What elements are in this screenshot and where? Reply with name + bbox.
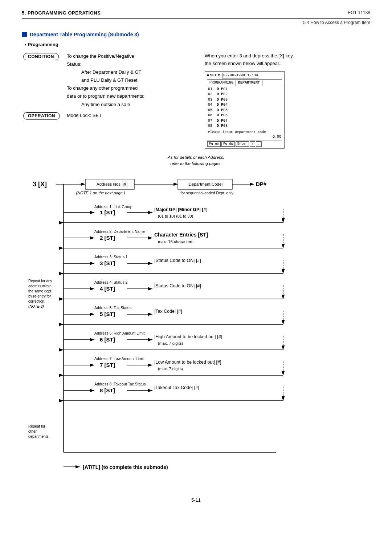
cond-line6: data or to program new departments: [67,92,197,100]
operation-row: OPERATION Mode Lock: SET [23,112,197,120]
screen-row-5: 05 D P05 [207,108,282,113]
flow-max7a: (max. 7 digits) [158,341,183,345]
screen-set: SET [210,73,217,78]
flow-step7: 7 [ST] [100,362,115,368]
flow-addr3: Address 3: Status 1 [94,255,128,259]
cond-line4: and PLU Daily & GT Reset [81,76,197,84]
flow-diagram-svg: 3 [X] |Address Nos| [#] |Department Code… [22,169,370,489]
programming-label: Programming [25,42,370,47]
flow-max7b: (max. 7 digits) [158,367,183,371]
screen-dot [207,74,209,76]
flow-start-label: 3 [X] [33,181,47,188]
flow-section: As for details of each Address, refer to… [22,154,370,489]
flow-repeat-note4: by re-entry for [28,294,51,298]
screen-row-8: 08 D P08 [207,124,282,129]
flow-addr5: Address 5: Tax Status [94,306,131,310]
flow-note: As for details of each Address, refer to… [22,154,370,167]
flow-note1: As for details of each Address, [22,154,370,161]
flow-step6: 6 [ST] [100,336,115,343]
section-title: Department Table Programming (Submode 3) [22,32,370,37]
header-left: 5. PROGRAMMING OPERATIONS [22,10,101,16]
screen-amount: O.OO [207,134,282,140]
sub-header: 5.4 How to Access a Program Item [22,20,370,25]
flow-note-next: (NOTE 1 on the next page.) [76,191,125,195]
header-divider [22,18,370,19]
section-title-icon [22,32,27,37]
screen-footer-down: ↓ [256,141,261,147]
flow-step8: 8 [ST] [100,387,115,393]
flow-major-minor: |Major GP| |Minor GP| [#] [154,207,208,212]
screen-footer: Pg up Pg dw Enter ↑ ↓ [207,141,282,147]
screen-prompt: Please input Department code. [207,129,282,135]
page: 5. PROGRAMMING OPERATIONS EO1-11138 5.4 … [0,0,392,554]
screen-footer-pgup: Pg up [207,141,221,147]
screen-row-6: 06 D P06 [207,113,282,118]
flow-repeat-note3: the same dept. [28,289,52,293]
section-title-text: Department Table Programming (Submode 3) [30,32,139,37]
cond-right-line2: the screen shown below will appear. [205,60,370,68]
cond-line7: Any time outside a sale [81,101,197,109]
flow-max16: max. 16 characters [158,239,193,244]
operation-badge-col: OPERATION [23,112,67,120]
condition-badge: CONDITION [23,53,59,60]
condition-section: CONDITION To change the Positive/Negativ… [23,52,370,149]
flow-step1: 1 [ST] [100,209,115,215]
screen-row-3: 03 D P03 [207,97,282,103]
screen-tab-programming: PROGRAMMING [207,80,236,86]
screen-mockup: SET ▼ 02-06-1999 12:34 PROGRAMMING DEPAR… [205,71,285,149]
flow-address-nos: |Address Nos| [#] [95,182,127,186]
flow-addr6: Address 6: High Amount Limit [94,331,144,335]
flow-dp-hash: DP# [256,181,267,187]
flow-step2: 2 [ST] [100,235,115,241]
screen-row-1: 01 D P01 [207,87,282,92]
flow-seq-note: for sequential-coded Dept. only [180,191,233,195]
screen-tabs: PROGRAMMING DEPARTMENT [207,80,282,86]
condition-row: CONDITION To change the Positive/Negativ… [23,52,197,109]
screen-row-7: 07 D P07 [207,118,282,124]
flow-at-tl: [AT/TL] (to complete this submode) [83,464,168,470]
header-right: EO1-11138 [348,10,370,15]
screen-tab-department: DEPARTMENT [236,80,262,86]
flow-addr4: Address 4: Status 2 [94,280,128,284]
flow-addr8: Address 8: Takeout Tax Status [94,382,146,386]
flow-high-amount: |High Amount to be locked out| [#] [154,334,222,339]
cond-line1: To change the Positive/Negative [67,52,197,60]
operation-badge: OPERATION [23,112,60,120]
page-number: 5-11 [191,497,201,503]
flow-char-entries: Character Entries [ST] [154,232,208,238]
flow-takeout: |Takeout Tax Code| [#] [154,385,199,390]
cond-line2: Status: [67,60,197,68]
condition-text: To change the Positive/Negative Status: … [67,52,197,109]
page-footer: 5-11 [22,497,370,503]
condition-badge-col: CONDITION [23,52,67,60]
flow-status1: |Status Code to ON| [#] [154,258,201,263]
flow-tax: |Tax Code| [#] [154,309,182,314]
flow-repeat-note6: (NOTE 2) [28,304,44,308]
flow-step4: 4 [ST] [100,286,115,292]
screen-footer-enter: Enter [236,141,249,147]
flow-repeat-note1: Repeat for any [28,279,52,283]
flow-step5: 5 [ST] [100,311,115,317]
flow-addr7: Address 7: Low Amount Limit [94,356,144,361]
screen-top-bar: SET ▼ 02-06-1999 12:34 [207,73,282,80]
condition-left: CONDITION To change the Positive/Negativ… [23,52,197,149]
screen-row-2: 02 D P02 [207,92,282,97]
flow-repeat-other2: other [28,429,37,433]
flow-low-amount: |Low Amount to be locked out| [#] [154,360,221,365]
condition-right: When you enter 3 and depress the [X] key… [197,52,370,149]
screen-arrow: ▼ [218,73,220,78]
flow-status2: |Status Code to ON| [#] [154,283,201,288]
operation-mode: Mode Lock: SET [67,112,197,120]
flow-note2: refer to the following pages. [22,161,370,167]
screen-footer-pgdw: Pg dw [221,141,235,147]
flow-dept-code: |Department Code| [188,182,223,186]
flow-repeat-note2: address within [28,284,52,288]
flow-repeat-other3: departments. [28,434,49,438]
flow-range1: (01 to 10) (01 to 30) [158,214,193,218]
screen-date: 02-06-1999 12:34 [222,73,259,79]
screen-footer-up: ↑ [250,141,255,147]
flow-repeat-note5: correction. [28,299,45,303]
flow-addr1: Address 1: Link Group [94,205,132,209]
flow-addr2: Address 2: Department Name [94,229,145,234]
cond-right-line1: When you enter 3 and depress the [X] key… [205,52,370,60]
